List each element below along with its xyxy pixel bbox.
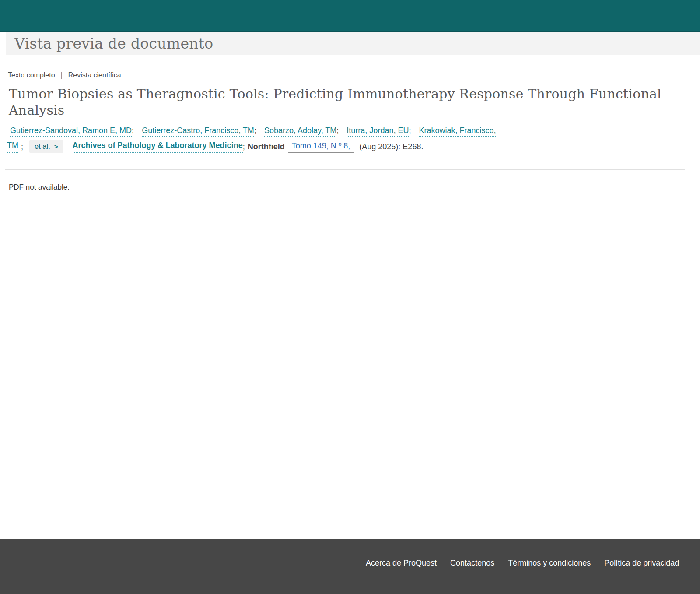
publication-location: Northfield	[248, 141, 285, 152]
chevron-right-icon: >	[54, 143, 58, 150]
byline-authors-line: Gutierrez-Sandoval, Ramon E, MD; Gutierr…	[7, 125, 700, 136]
author-link[interactable]: Sobarzo, Adolay, TM	[264, 126, 336, 137]
footer-link-privacy-policy[interactable]: Política de privacidad	[604, 559, 679, 568]
author-link[interactable]: Iturra, Jordan, EU	[346, 126, 409, 137]
journal-separator: ;	[243, 141, 245, 152]
byline: Gutierrez-Sandoval, Ramon E, MD; Gutierr…	[7, 125, 700, 153]
app-header-bar	[0, 0, 700, 32]
author-separator: ;	[132, 126, 134, 135]
et-al-button[interactable]: et al. >	[29, 140, 63, 153]
page-title: Vista previa de documento	[14, 35, 214, 52]
content-divider	[5, 169, 685, 170]
meta-separator: |	[61, 71, 63, 79]
et-al-label: et al.	[35, 142, 50, 151]
journal-link[interactable]: Archives of Pathology & Laboratory Medic…	[73, 140, 243, 153]
footer-links: Acerca de ProQuest Contáctenos Términos …	[366, 559, 679, 568]
footer-link-terms-conditions[interactable]: Términos y condiciones	[508, 559, 591, 568]
author-separator: ;	[21, 141, 23, 152]
document-title-line-1: Tumor Biopsies as Theragnostic Tools: Pr…	[9, 86, 700, 102]
author-link-continued[interactable]: TM	[7, 140, 18, 153]
pdf-unavailable-message: PDF not available.	[9, 183, 700, 192]
author-link[interactable]: Krakowiak, Francisco,	[419, 126, 496, 137]
issue-link[interactable]: Tomo 149, N.º 8,	[288, 141, 354, 153]
document-title: Tumor Biopsies as Theragnostic Tools: Pr…	[9, 86, 700, 118]
date-and-pages: (Aug 2025): E268.	[359, 141, 423, 152]
author-separator: ;	[409, 126, 411, 135]
author-link[interactable]: Gutierrez-Sandoval, Ramon E, MD	[10, 126, 132, 137]
author-separator: ;	[254, 126, 256, 135]
full-text-label: Texto completo	[8, 71, 55, 79]
author-link[interactable]: Gutierrez-Castro, Francisco, TM	[142, 126, 254, 137]
footer-link-about-proquest[interactable]: Acerca de ProQuest	[366, 559, 437, 568]
document-preview-banner: Vista previa de documento	[6, 32, 700, 55]
footer-link-contact-us[interactable]: Contáctenos	[450, 559, 494, 568]
page-footer: Acerca de ProQuest Contáctenos Términos …	[0, 539, 700, 594]
author-separator: ;	[336, 126, 339, 135]
source-type-label: Revista científica	[68, 71, 121, 79]
byline-source-line: TM ; et al. > Archives of Pathology & La…	[7, 140, 700, 153]
document-meta-row: Texto completo | Revista científica	[8, 71, 700, 79]
document-title-line-2: Analysis	[9, 102, 700, 118]
